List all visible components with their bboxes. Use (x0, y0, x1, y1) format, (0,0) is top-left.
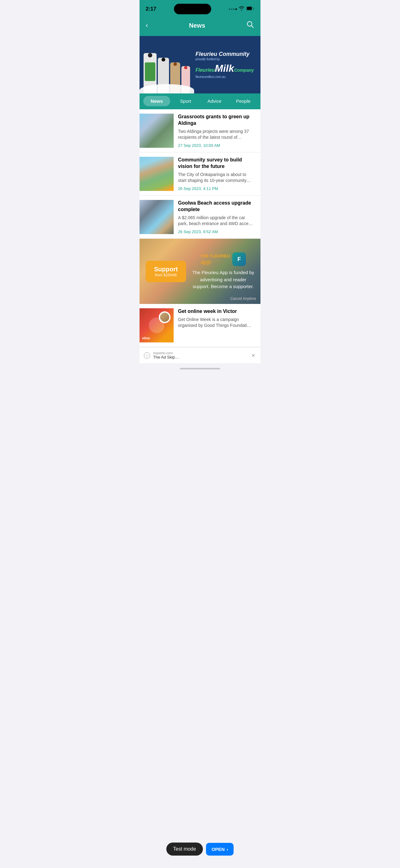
thumbnail-image (139, 200, 174, 234)
cancel-text: Cancel Anytime (139, 297, 256, 301)
tab-news[interactable]: News (143, 96, 170, 106)
news-item[interactable]: Grassroots grants to green up Aldinga Tw… (139, 109, 261, 152)
support-right-content: THE FLEURIEU app F The Fleurieu App is f… (186, 252, 254, 290)
news-item[interactable]: Community survey to build vision for the… (139, 152, 261, 195)
search-button[interactable] (246, 21, 254, 30)
status-bar: 2:17 (139, 0, 261, 17)
article-excerpt: Two Aldinga projects were among 37 recip… (178, 128, 253, 141)
home-indicator (139, 363, 261, 374)
support-label: Support (152, 266, 180, 273)
brand-name: Fleurieu Community (196, 51, 249, 58)
app-name-row: THE FLEURIEU app F (192, 252, 254, 266)
status-icons (229, 6, 254, 12)
thumbnail-image (139, 157, 174, 191)
support-body-text: The Fleurieu App is funded by advertisin… (192, 269, 254, 290)
thumbnail-image: nline (139, 308, 174, 342)
news-item[interactable]: Goolwa Beach access upgrade complete A $… (139, 195, 261, 239)
dynamic-island (174, 4, 211, 14)
ad-domain: espierto.com (153, 351, 247, 355)
battery-icon (246, 6, 254, 12)
article-date: 27 Sep 2023, 10:00 AM (178, 143, 253, 148)
tab-people[interactable]: People (230, 96, 257, 106)
article-excerpt: Get Online Week is a campaign organised … (178, 317, 253, 329)
ad-info-button[interactable]: i (144, 352, 150, 359)
thumbnail-image (139, 114, 174, 148)
home-bar (180, 368, 220, 369)
article-title: Grassroots grants to green up Aldinga (178, 114, 253, 127)
article-title: Get online week in Victor (178, 308, 253, 315)
news-content: Get online week in Victor Get Online Wee… (178, 308, 256, 342)
category-tabs: News Sport Advice People (139, 93, 261, 109)
article-date: 26 Sep 2023, 4:11 PM (178, 186, 253, 191)
ad-text-content: espierto.com The Ad Skip… (153, 351, 247, 360)
news-thumbnail (139, 200, 174, 234)
nav-title: News (189, 22, 205, 29)
news-list: Grassroots grants to green up Aldinga Tw… (139, 109, 261, 363)
brand-subtitle: proudly fuelled by (196, 57, 220, 61)
article-excerpt: A $2.065 million upgrade of the car park… (178, 215, 253, 227)
news-content: Grassroots grants to green up Aldinga Tw… (178, 114, 256, 148)
logo-company: Company (234, 68, 254, 73)
logo-milk: Milk (215, 63, 234, 74)
support-sub-label: from $10/mth (152, 273, 180, 277)
thumbnail-label: nline (142, 336, 150, 340)
signal-icon (229, 8, 237, 10)
news-content: Community survey to build vision for the… (178, 157, 256, 191)
svg-line-3 (251, 26, 253, 28)
sponsor-banner[interactable]: Fleurieu Community proudly fuelled by Fl… (139, 36, 261, 93)
brand-url: fleurieumilkco.com.au (196, 75, 226, 79)
wifi-icon (239, 6, 244, 12)
logo-fleurieu: Fleurieu (196, 67, 215, 73)
tab-advice[interactable]: Advice (201, 96, 228, 106)
article-excerpt: The City of Onkaparinga is about to star… (178, 172, 253, 184)
news-item[interactable]: nline Get online week in Victor Get Onli… (139, 304, 261, 347)
nav-bar: ‹ News (139, 17, 261, 36)
bottom-ad: i espierto.com The Ad Skip… ✕ (139, 347, 261, 363)
banner-text: Fleurieu Community proudly fuelled by Fl… (194, 46, 261, 84)
tab-sport[interactable]: Sport (172, 96, 199, 106)
news-thumbnail (139, 157, 174, 191)
news-thumbnail: nline (139, 308, 174, 342)
banner-image (139, 36, 194, 93)
ad-label: The Ad Skip… (153, 355, 179, 360)
support-banner[interactable]: Support from $10/mth THE FLEURIEU app F … (139, 239, 261, 304)
svg-rect-1 (247, 7, 252, 10)
thumbnail-avatar (159, 311, 171, 323)
back-button[interactable]: ‹ (146, 22, 148, 30)
news-thumbnail (139, 114, 174, 148)
article-date: 26 Sep 2023, 9:52 AM (178, 229, 253, 234)
support-button[interactable]: Support from $10/mth (146, 261, 186, 282)
ad-close-button[interactable]: ✕ (251, 353, 256, 358)
app-icon: F (232, 252, 246, 266)
status-time: 2:17 (146, 6, 156, 12)
news-content: Goolwa Beach access upgrade complete A $… (178, 200, 256, 234)
article-title: Goolwa Beach access upgrade complete (178, 200, 253, 213)
article-title: Community survey to build vision for the… (178, 157, 253, 170)
